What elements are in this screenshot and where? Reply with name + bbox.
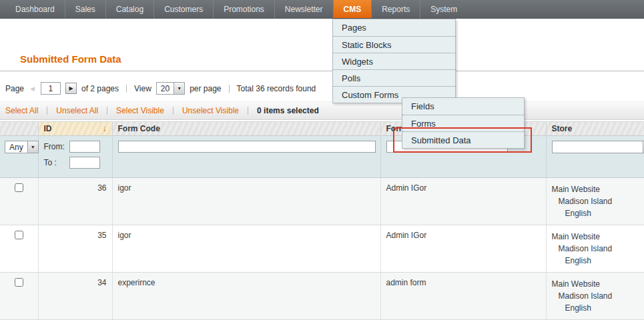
nav-item-catalog[interactable]: Catalog bbox=[105, 0, 153, 18]
cell-id: 34 bbox=[38, 273, 112, 320]
header-checkbox-column bbox=[0, 122, 38, 136]
pager-separator bbox=[229, 85, 230, 93]
massaction-separator bbox=[47, 107, 47, 115]
cell-form-title: Admin IGor bbox=[380, 178, 546, 225]
pager-per-page-label: per page bbox=[190, 84, 221, 93]
table-row[interactable]: 36 igor Admin IGor Main Website Madison … bbox=[0, 178, 644, 225]
chevron-down-icon: ▼ bbox=[27, 141, 38, 153]
massaction-toolbar: Select All Unselect All Select Visible U… bbox=[0, 101, 644, 120]
column-header-id-label: ID bbox=[44, 124, 52, 133]
column-header-store[interactable]: Store bbox=[546, 122, 644, 136]
store-filter-value bbox=[553, 141, 643, 153]
submitted-form-data-grid: ID ↓ Form Code Form Title Store Any ▼ Fr… bbox=[0, 121, 644, 320]
table-row[interactable]: 35 igor Admin IGor Main Website Madison … bbox=[0, 225, 644, 273]
store-view: English bbox=[552, 302, 639, 314]
massaction-separator bbox=[173, 107, 174, 115]
per-page-select[interactable]: 20 ▼ bbox=[156, 82, 185, 95]
nav-item-system[interactable]: System bbox=[420, 0, 467, 18]
cell-form-title: admin form bbox=[380, 273, 546, 320]
pager-of-pages-label: of 2 pages bbox=[81, 84, 119, 93]
menu-item-widgets[interactable]: Widgets bbox=[333, 53, 455, 69]
store-group: Madison Island bbox=[552, 243, 639, 255]
nav-item-customers[interactable]: Customers bbox=[153, 0, 213, 18]
nav-item-promotions[interactable]: Promotions bbox=[213, 0, 274, 18]
menu-item-forms[interactable]: Forms bbox=[402, 115, 524, 131]
menu-item-fields[interactable]: Fields bbox=[402, 98, 524, 115]
unselect-all-link[interactable]: Unselect All bbox=[56, 106, 98, 115]
grid-header-row: ID ↓ Form Code Form Title Store bbox=[0, 122, 644, 136]
menu-item-submitted-data[interactable]: Submitted Data bbox=[402, 131, 524, 148]
magento-admin-screen: Dashboard Sales Catalog Customers Promot… bbox=[0, 0, 644, 320]
unselect-visible-link[interactable]: Unselect Visible bbox=[182, 106, 239, 115]
pager-toolbar: Page ◀ ▶ of 2 pages View 20 ▼ per page T… bbox=[0, 72, 644, 101]
cell-form-code: igor bbox=[112, 225, 380, 273]
pager-view-label: View bbox=[134, 84, 151, 93]
cell-store: Main Website Madison Island English bbox=[546, 178, 644, 225]
store-website: Main Website bbox=[552, 183, 639, 195]
store-filter-select[interactable]: ▼ bbox=[552, 141, 644, 153]
sort-descending-icon: ↓ bbox=[103, 124, 107, 133]
cms-dropdown-menu: Pages Static Blocks Widgets Polls Custom… bbox=[332, 19, 456, 103]
id-from-filter-input[interactable] bbox=[69, 141, 100, 153]
id-from-label: From: bbox=[44, 142, 69, 151]
nav-item-sales[interactable]: Sales bbox=[65, 0, 105, 18]
id-to-filter-input[interactable] bbox=[69, 157, 100, 169]
previous-page-icon: ◀ bbox=[29, 84, 36, 93]
total-records-label: Total 36 records found bbox=[237, 84, 316, 93]
cell-store: Main Website Madison Island English bbox=[546, 225, 644, 273]
nav-item-cms[interactable]: CMS bbox=[333, 0, 372, 18]
per-page-select-value: 20 bbox=[157, 83, 174, 94]
items-selected-count: 0 items selected bbox=[257, 106, 319, 115]
row-checkbox[interactable] bbox=[15, 278, 23, 287]
column-header-id[interactable]: ID ↓ bbox=[38, 122, 112, 136]
store-view: English bbox=[552, 255, 639, 267]
nav-item-reports[interactable]: Reports bbox=[371, 0, 420, 18]
row-checkbox[interactable] bbox=[15, 231, 23, 239]
select-visible-link[interactable]: Select Visible bbox=[116, 106, 164, 115]
store-website: Main Website bbox=[552, 278, 639, 290]
pager-separator bbox=[126, 85, 127, 93]
form-code-filter-input[interactable] bbox=[118, 141, 376, 153]
cell-store: Main Website Madison Island English bbox=[546, 273, 644, 320]
id-to-label: To : bbox=[44, 158, 69, 167]
cell-id: 36 bbox=[38, 178, 112, 225]
cell-form-title: Admin IGor bbox=[380, 225, 546, 273]
custom-forms-submenu: Fields Forms Submitted Data bbox=[402, 97, 525, 149]
chevron-down-icon: ▼ bbox=[174, 83, 184, 94]
any-checkbox-filter-select[interactable]: Any ▼ bbox=[5, 141, 39, 153]
menu-item-polls[interactable]: Polls bbox=[333, 69, 455, 86]
massaction-separator bbox=[248, 107, 248, 115]
store-view: English bbox=[552, 207, 639, 219]
store-website: Main Website bbox=[552, 231, 639, 243]
nav-item-newsletter[interactable]: Newsletter bbox=[274, 0, 333, 18]
column-header-form-code[interactable]: Form Code bbox=[112, 122, 380, 136]
page-number-input[interactable] bbox=[41, 82, 61, 95]
grid-filter-row: Any ▼ From: To : ▼ bbox=[0, 136, 644, 178]
cell-form-code: experirnce bbox=[112, 273, 380, 320]
table-row[interactable]: 34 experirnce admin form Main Website Ma… bbox=[0, 273, 644, 320]
any-filter-value: Any bbox=[5, 141, 27, 153]
nav-item-dashboard[interactable]: Dashboard bbox=[5, 0, 65, 18]
select-all-link[interactable]: Select All bbox=[5, 106, 38, 115]
pager-page-label: Page bbox=[5, 84, 24, 93]
next-page-icon: ▶ bbox=[69, 85, 73, 91]
row-checkbox[interactable] bbox=[15, 183, 23, 192]
menu-item-pages[interactable]: Pages bbox=[333, 19, 455, 36]
cell-form-code: igor bbox=[112, 178, 380, 225]
menu-item-static-blocks[interactable]: Static Blocks bbox=[333, 36, 455, 53]
top-navigation: Dashboard Sales Catalog Customers Promot… bbox=[0, 0, 644, 19]
store-group: Madison Island bbox=[552, 290, 639, 302]
store-group: Madison Island bbox=[552, 195, 639, 207]
next-page-button[interactable]: ▶ bbox=[65, 83, 77, 94]
massaction-separator bbox=[107, 107, 107, 115]
cell-id: 35 bbox=[38, 225, 112, 273]
